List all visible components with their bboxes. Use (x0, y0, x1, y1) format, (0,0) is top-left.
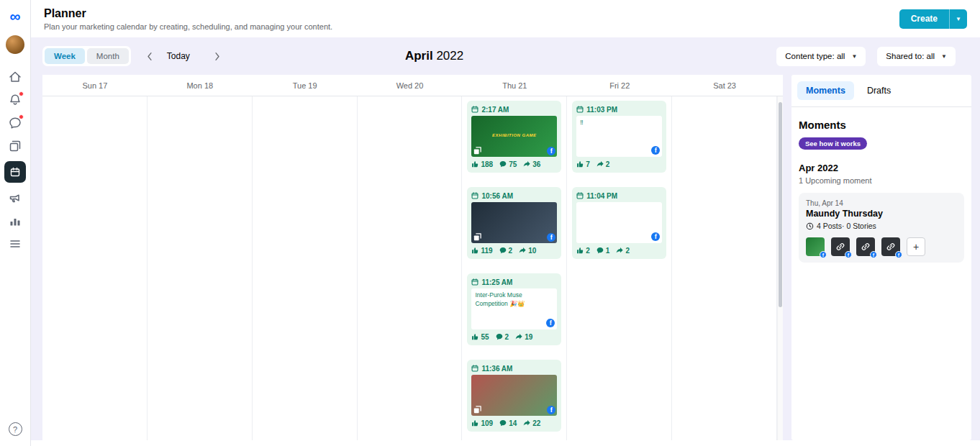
post-media: f (471, 202, 557, 243)
next-week-button[interactable] (209, 49, 226, 64)
see-how-it-works-badge[interactable]: See how it works (799, 137, 867, 150)
calendar-week-view: Sun 17 Mon 18 Tue 19 Wed 20 Thu 21 Fri 2… (42, 75, 783, 440)
calendar-column[interactable] (253, 96, 358, 440)
upcoming-moment-count: 1 Upcoming moment (799, 176, 964, 185)
calendar-scrollbar[interactable] (777, 96, 783, 440)
moment-post-thumbnail[interactable]: f (831, 237, 850, 256)
scheduled-post-card[interactable]: 11:03 PM ‼ f 7 2 (572, 101, 666, 173)
chevron-down-icon: ▼ (941, 53, 947, 60)
photo-stack-icon (473, 147, 481, 155)
filters: Content type: all ▼ Shared to: all ▼ (776, 47, 956, 66)
post-stats: 119 2 10 (471, 245, 557, 255)
post-media: EXHIBITION GAME f (471, 116, 557, 157)
comments-stat: 75 (499, 160, 517, 168)
insights-icon[interactable] (8, 214, 22, 228)
content-type-filter[interactable]: Content type: all ▼ (776, 47, 866, 66)
scheduled-post-card[interactable]: 11:36 AM f 109 14 22 (467, 360, 561, 432)
scheduled-post-card[interactable]: 2:17 AM EXHIBITION GAME f 188 75 36 (467, 101, 561, 173)
today-button[interactable]: Today (161, 48, 196, 64)
panel-body: Moments See how it works Apr 2022 1 Upco… (791, 107, 971, 274)
likes-stat: 109 (471, 419, 493, 427)
likes-stat: 55 (471, 333, 489, 341)
calendar-column[interactable]: 2:17 AM EXHIBITION GAME f 188 75 36 (462, 96, 567, 440)
create-dropdown-caret-icon[interactable]: ▼ (949, 9, 967, 29)
scheduled-post-card[interactable]: 10:56 AM f 119 2 10 (467, 187, 561, 259)
calendar-grid: 2:17 AM EXHIBITION GAME f 188 75 36 (42, 96, 783, 440)
previous-week-button[interactable] (141, 49, 158, 64)
calendar-icon (471, 106, 478, 113)
likes-stat: 7 (576, 160, 590, 168)
comments-stat: 14 (499, 419, 517, 427)
day-header: Fri 22 (567, 75, 672, 96)
more-menu-icon[interactable] (8, 237, 22, 251)
calendar-icon (471, 365, 478, 372)
posts-icon[interactable] (8, 139, 22, 153)
moment-post-thumbnail[interactable]: f (806, 237, 825, 256)
post-media-label: EXHIBITION GAME (471, 133, 557, 137)
bottom-edge (0, 440, 980, 446)
moment-post-thumbnail[interactable]: f (856, 237, 875, 256)
create-split-button: Create ▼ (899, 9, 967, 29)
scrollbar-thumb[interactable] (779, 102, 782, 307)
add-moment-post-button[interactable]: + (907, 237, 925, 256)
post-media: f (471, 375, 557, 416)
post-time: 11:25 AM (481, 278, 512, 286)
day-header: Tue 19 (253, 75, 358, 96)
calendar-column[interactable] (358, 96, 463, 440)
create-button[interactable]: Create (899, 9, 949, 29)
shares-stat: 22 (523, 419, 540, 427)
day-header-row: Sun 17 Mon 18 Tue 19 Wed 20 Thu 21 Fri 2… (42, 75, 783, 96)
moment-title: Maundy Thursday (806, 209, 957, 219)
facebook-icon: f (547, 406, 555, 414)
comment-icon (499, 160, 507, 168)
moment-card[interactable]: Thu, Apr 14 Maundy Thursday 4 Posts· 0 S… (799, 193, 964, 263)
comments-stat: 2 (496, 333, 509, 341)
home-icon[interactable] (8, 70, 22, 84)
profile-avatar[interactable] (6, 35, 24, 54)
post-time: 11:03 PM (586, 106, 617, 114)
post-stats: 7 2 (576, 159, 662, 169)
photo-stack-icon (473, 233, 481, 241)
calendar-toolbar: Week Month Today April 2022 Content type… (31, 37, 980, 75)
post-text: Inter-Purok Muse Competition 🎉👑 (475, 291, 525, 307)
post-header: 11:03 PM (576, 104, 662, 114)
messages-badge-dot (19, 114, 24, 119)
day-header: Thu 21 (462, 75, 567, 96)
scheduled-post-card[interactable]: 11:04 PM f 2 1 2 (572, 187, 666, 259)
moments-month-heading: Apr 2022 (799, 163, 964, 173)
like-icon (471, 247, 478, 254)
month-view-button[interactable]: Month (87, 48, 129, 64)
messages-icon[interactable] (8, 116, 22, 130)
calendar-column[interactable] (148, 96, 253, 440)
post-text-box: Inter-Purok Muse Competition 🎉👑 f (471, 288, 557, 329)
likes-stat: 2 (576, 247, 590, 255)
shares-stat: 10 (519, 247, 536, 255)
likes-stat: 188 (471, 160, 493, 168)
ads-icon[interactable] (8, 191, 22, 205)
page-title: Planner (44, 7, 332, 20)
post-header: 10:56 AM (471, 191, 557, 201)
week-view-button[interactable]: Week (45, 48, 85, 64)
calendar-icon (471, 192, 478, 199)
sidebar-item-planner[interactable] (4, 161, 26, 183)
tab-moments[interactable]: Moments (797, 81, 854, 100)
share-icon (523, 160, 530, 168)
share-icon (523, 419, 530, 427)
moment-post-thumbnail[interactable]: f (881, 237, 900, 256)
post-header: 11:25 AM (471, 277, 557, 287)
day-header: Sun 17 (42, 75, 148, 96)
calendar-column[interactable] (42, 96, 148, 440)
calendar-column[interactable] (672, 96, 777, 440)
moment-thumbnails: f f f f + (806, 237, 957, 256)
calendar-column[interactable]: 11:03 PM ‼ f 7 2 11:04 PM (567, 96, 672, 440)
facebook-icon: f (651, 146, 660, 155)
clock-icon (806, 222, 814, 230)
shared-to-filter[interactable]: Shared to: all ▼ (877, 47, 956, 66)
post-stats: 109 14 22 (471, 418, 557, 428)
scheduled-post-card[interactable]: 11:25 AM Inter-Purok Muse Competition 🎉👑… (467, 273, 561, 345)
help-icon[interactable]: ? (9, 422, 22, 436)
notifications-icon[interactable] (8, 93, 22, 107)
meta-logo-icon[interactable]: ∞ (10, 9, 21, 24)
tab-drafts[interactable]: Drafts (858, 81, 899, 100)
post-header: 11:04 PM (576, 191, 662, 201)
